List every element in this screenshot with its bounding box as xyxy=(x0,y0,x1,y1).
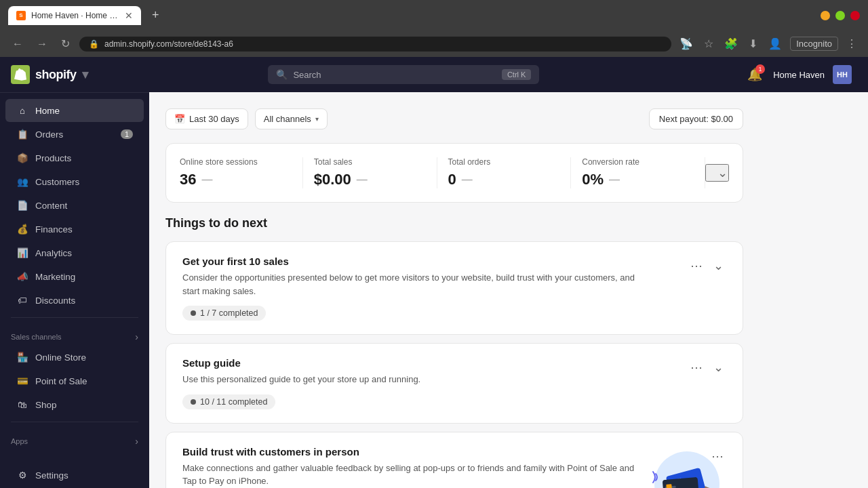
task-card-first-sales: Get your first 10 sales Consider the opp… xyxy=(165,241,743,335)
apps-expand[interactable]: › xyxy=(135,436,138,447)
avatar[interactable]: HH xyxy=(833,65,852,84)
chevron-down-icon: ▾ xyxy=(315,115,319,123)
notification-button[interactable]: 🔔 1 xyxy=(745,64,765,85)
address-bar[interactable]: 🔒 admin.shopify.com/store/de8143-a6 xyxy=(79,37,671,52)
setup-guide-more-button[interactable]: ⋯ xyxy=(688,357,705,378)
browser-chrome: S Home Haven · Home · Shopify ✕ + − □ ✕ … xyxy=(0,0,868,57)
sidebar: shopify ▾ ⌂ Home 📋 Orders 1 📦 Products 👥… xyxy=(0,57,149,488)
sidebar-item-online-store[interactable]: 🏪 Online Store xyxy=(5,346,144,369)
minimize-button[interactable]: − xyxy=(821,11,830,20)
search-bar[interactable]: 🔍 Search Ctrl K xyxy=(268,65,539,84)
pos-icon: 💳 xyxy=(16,375,28,387)
url-text: admin.shopify.com/store/de8143-a6 xyxy=(104,39,233,49)
sidebar-item-finances[interactable]: 💰 Finances xyxy=(5,218,144,241)
nav-online-store-label: Online Store xyxy=(35,352,86,363)
sidebar-item-point-of-sale[interactable]: 💳 Point of Sale xyxy=(5,369,144,392)
setup-guide-collapse-button[interactable]: ⌄ xyxy=(711,357,726,378)
profile-icon[interactable]: 👤 xyxy=(766,35,785,53)
setup-guide-progress-text: 10 / 11 completed xyxy=(200,397,267,407)
sidebar-item-orders[interactable]: 📋 Orders 1 xyxy=(5,123,144,146)
nav-finances-label: Finances xyxy=(35,224,73,235)
first-sales-progress-text: 1 / 7 completed xyxy=(200,308,258,318)
shopify-logo-icon xyxy=(11,65,30,84)
shopify-logo[interactable]: shopify ▾ xyxy=(11,65,88,84)
sales-channels-section: Sales channels › xyxy=(0,323,149,345)
build-trust-title: Build trust with customers in person xyxy=(182,446,701,458)
task-card-setup-guide: Setup guide Use this personalized guide … xyxy=(165,343,743,424)
sessions-dash: — xyxy=(201,174,212,186)
download-icon[interactable]: ⬇ xyxy=(746,35,760,53)
browser-tab[interactable]: S Home Haven · Home · Shopify ✕ xyxy=(8,6,141,25)
search-shortcut: Ctrl K xyxy=(502,69,532,80)
sidebar-item-home[interactable]: ⌂ Home xyxy=(5,99,144,122)
date-range-filter[interactable]: 📅 Last 30 days xyxy=(165,108,248,129)
sidebar-nav: ⌂ Home 📋 Orders 1 📦 Products 👥 Customers… xyxy=(0,93,149,455)
sidebar-item-customers[interactable]: 👥 Customers xyxy=(5,170,144,193)
maximize-button[interactable]: □ xyxy=(835,11,845,20)
setup-guide-desc: Use this personalized guide to get your … xyxy=(182,373,644,386)
sidebar-item-content[interactable]: 📄 Content xyxy=(5,194,144,217)
sales-dash: — xyxy=(357,174,368,186)
sidebar-item-products[interactable]: 📦 Products xyxy=(5,146,144,169)
browser-titlebar: S Home Haven · Home · Shopify ✕ + − □ ✕ xyxy=(0,0,868,30)
nav-discounts-label: Discounts xyxy=(35,296,75,306)
orders-icon: 📋 xyxy=(16,128,28,140)
task-card-body-setup-guide: Setup guide Use this personalized guide … xyxy=(182,357,679,409)
home-icon: ⌂ xyxy=(16,104,28,117)
sidebar-footer: ⚙ Settings xyxy=(0,455,149,488)
first-sales-more-button[interactable]: ⋯ xyxy=(688,256,705,276)
products-icon: 📦 xyxy=(16,152,28,164)
extensions-icon[interactable]: 🧩 xyxy=(722,35,741,53)
settings-icon: ⚙ xyxy=(16,469,28,481)
stat-conversion-rate: Conversion rate 0% — xyxy=(571,157,705,188)
browser-toolbar: ← → ↻ 🔒 admin.shopify.com/store/de8143-a… xyxy=(0,30,868,57)
calendar-icon: 📅 xyxy=(174,114,185,124)
conversion-rate-value: 0% — xyxy=(582,171,694,188)
sales-channels-title: Sales channels xyxy=(11,333,62,341)
customers-icon: 👥 xyxy=(16,176,28,188)
first-sales-progress: 1 / 7 completed xyxy=(182,306,266,321)
browser-toolbar-right: 📡 ☆ 🧩 ⬇ 👤 Incognito ⋮ xyxy=(677,35,860,53)
sidebar-item-discounts[interactable]: 🏷 Discounts xyxy=(5,289,144,312)
task-card-header-first-sales: Get your first 10 sales Consider the opp… xyxy=(182,256,726,321)
back-button[interactable]: ← xyxy=(8,35,27,53)
pos-illustration xyxy=(626,443,721,488)
first-sales-collapse-button[interactable]: ⌄ xyxy=(711,256,726,276)
stat-total-sales: Total sales $0.00 — xyxy=(303,157,437,188)
main-content: 🔍 Search Ctrl K 🔔 1 Home Haven HH 📅 Last… xyxy=(149,57,868,488)
tab-close-button[interactable]: ✕ xyxy=(125,10,133,21)
sidebar-item-analytics[interactable]: 📊 Analytics xyxy=(5,241,144,264)
channel-filter[interactable]: All channels ▾ xyxy=(255,108,328,129)
task-card-body-first-sales: Get your first 10 sales Consider the opp… xyxy=(182,256,679,321)
nav-home-label: Home xyxy=(35,106,60,116)
orders-badge: 1 xyxy=(121,129,133,139)
sidebar-item-shop[interactable]: 🛍 Shop xyxy=(5,393,144,416)
top-bar: 🔍 Search Ctrl K 🔔 1 Home Haven HH xyxy=(149,57,868,92)
bookmark-icon[interactable]: ☆ xyxy=(701,35,716,53)
nav-products-label: Products xyxy=(35,153,71,163)
conversion-dash: — xyxy=(609,174,620,186)
refresh-button[interactable]: ↻ xyxy=(57,35,74,53)
cast-icon[interactable]: 📡 xyxy=(677,35,696,53)
analytics-icon: 📊 xyxy=(16,247,28,259)
sidebar-item-marketing[interactable]: 📣 Marketing xyxy=(5,265,144,288)
first-sales-title: Get your first 10 sales xyxy=(182,256,679,267)
channel-filter-label: All channels xyxy=(264,114,311,124)
filters-bar: 📅 Last 30 days All channels ▾ Next payou… xyxy=(165,108,743,129)
nav-customers-label: Customers xyxy=(35,177,79,187)
sidebar-toggle[interactable]: ▾ xyxy=(82,67,88,82)
stats-expand-button[interactable]: ⌄ xyxy=(705,164,729,182)
progress-dot-setup-guide xyxy=(191,399,196,405)
close-button[interactable]: ✕ xyxy=(850,11,860,20)
online-sessions-label: Online store sessions xyxy=(180,157,292,167)
orders-dash: — xyxy=(462,174,473,186)
forward-button[interactable]: → xyxy=(33,35,52,53)
sales-channels-expand[interactable]: › xyxy=(135,331,138,342)
new-tab-button[interactable]: + xyxy=(146,5,165,25)
incognito-label: Incognito xyxy=(790,37,838,51)
first-sales-desc: Consider the opportunities presented bel… xyxy=(182,271,644,298)
more-options-icon[interactable]: ⋮ xyxy=(844,35,860,53)
online-sessions-value: 36 — xyxy=(180,171,292,188)
sidebar-item-settings[interactable]: ⚙ Settings xyxy=(5,464,144,487)
date-range-label: Last 30 days xyxy=(189,114,239,124)
